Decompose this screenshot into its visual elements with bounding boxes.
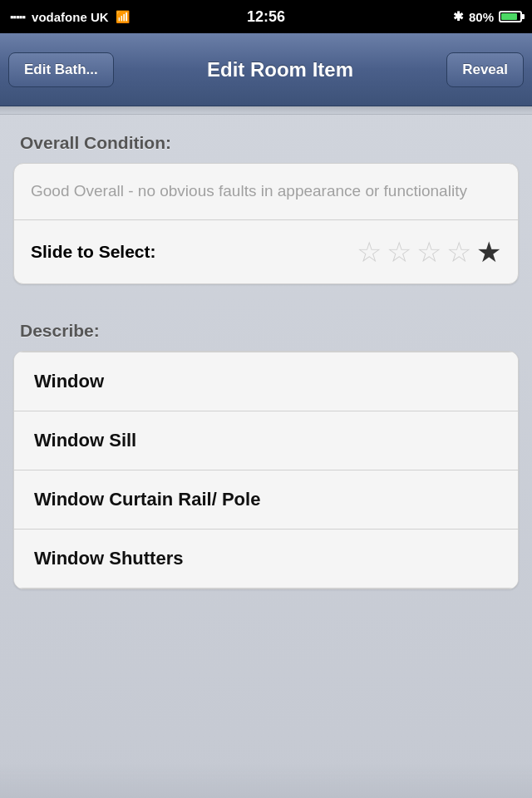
status-bar: ▪▪▪▪▪ vodafone UK 📶 12:56 ✱ 80% [0, 0, 532, 33]
battery-icon [499, 11, 522, 22]
describe-list: Window Window Sill Window Curtain Rail/ … [13, 351, 519, 589]
describe-section: Describe: Window Window Sill Window Curt… [0, 303, 532, 589]
list-item-window[interactable]: Window [14, 352, 518, 411]
wifi-icon: 📶 [116, 10, 130, 23]
battery-fill [501, 13, 517, 20]
star-1[interactable]: ☆ [357, 235, 382, 268]
list-item-window-curtain-rail[interactable]: Window Curtain Rail/ Pole [14, 470, 518, 530]
carrier-label: vodafone UK [32, 10, 109, 24]
status-left: ▪▪▪▪▪ vodafone UK 📶 [10, 10, 130, 24]
star-4[interactable]: ☆ [446, 235, 471, 268]
status-right: ✱ 80% [453, 9, 522, 24]
nav-title: Edit Room Item [114, 58, 446, 81]
bluetooth-icon: ✱ [453, 9, 464, 24]
signal-icon: ▪▪▪▪▪ [10, 11, 25, 23]
describe-label: Describe: [0, 303, 532, 351]
star-5[interactable]: ★ [476, 235, 501, 268]
list-item-window-shutters[interactable]: Window Shutters [14, 530, 518, 589]
reveal-button[interactable]: Reveal [446, 52, 524, 87]
condition-placeholder: Good Overall - no obvious faults in appe… [31, 182, 467, 200]
stars-row[interactable]: Slide to Select: ☆ ☆ ☆ ☆ ★ [14, 220, 518, 283]
top-separator [0, 106, 532, 115]
time-label: 12:56 [247, 8, 285, 26]
condition-placeholder-row: Good Overall - no obvious faults in appe… [14, 164, 518, 220]
back-button[interactable]: Edit Bath... [8, 52, 114, 87]
battery-percent: 80% [469, 10, 494, 24]
nav-bar: Edit Bath... Edit Room Item Reveal [0, 33, 532, 106]
star-2[interactable]: ☆ [387, 235, 411, 268]
overall-condition-label: Overall Condition: [0, 115, 532, 163]
content-area: Overall Condition: Good Overall - no obv… [0, 106, 532, 798]
star-3[interactable]: ☆ [416, 235, 441, 268]
slide-to-select-label: Slide to Select: [31, 242, 156, 262]
stars-container[interactable]: ☆ ☆ ☆ ☆ ★ [357, 235, 501, 268]
condition-card: Good Overall - no obvious faults in appe… [13, 163, 519, 284]
list-item-window-sill[interactable]: Window Sill [14, 411, 518, 470]
